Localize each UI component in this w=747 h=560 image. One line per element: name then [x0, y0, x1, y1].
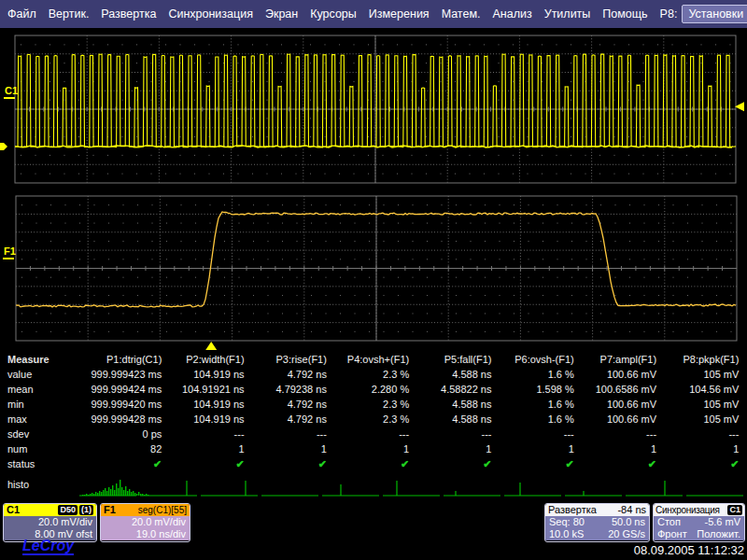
- trigger-body: Стоп -5.6 mV Фронт Положит.: [654, 516, 744, 540]
- measure-col-header-p6[interactable]: P6:ovsh-(F1): [493, 352, 575, 367]
- trigger-row-1: Стоп -5.6 mV: [657, 516, 740, 528]
- trigger-header: Синхронизация C1: [654, 504, 744, 516]
- f1-volts-per-div: 20.0 mV/div: [105, 516, 186, 528]
- measure-col-header-p2[interactable]: P2:width(F1): [163, 352, 246, 367]
- measure-cell-p8-value: 105 mV: [658, 367, 740, 382]
- measure-row-label-min: min: [0, 397, 81, 412]
- c1-descriptor-header: C1 D50 (1): [4, 504, 96, 516]
- measure-cell-p3-min: 4.792 ns: [247, 397, 329, 412]
- measure-cell-p6-value: 1.6 %: [493, 367, 575, 382]
- measure-col-header-p1[interactable]: P1:dtrig(C1): [81, 352, 163, 367]
- measure-cell-p7-max: 100.66 mV: [576, 412, 658, 427]
- measure-cell-p7-num: 1: [576, 441, 658, 456]
- measure-cell-p8-min: 105 mV: [658, 397, 740, 412]
- measure-cell-p8-mean: 104.56 mV: [658, 382, 740, 397]
- trigger-descriptor-box[interactable]: Синхронизация C1 Стоп -5.6 mV Фронт Поло…: [653, 503, 745, 542]
- status-check-icon-p7: ✔: [576, 456, 658, 471]
- measure-cell-p5-value: 4.588 ns: [411, 367, 493, 382]
- f1-descriptor-box[interactable]: F1 seg(C1)[55] 20.0 mV/div 19.0 ns/div: [100, 503, 190, 542]
- measure-cell-p1-max: 999.999428 ms: [81, 412, 163, 427]
- measure-cell-p3-mean: 4.79238 ns: [247, 382, 329, 397]
- f1-time-per-div: 19.0 ns/div: [105, 528, 186, 540]
- measure-cell-p8-max: 105 mV: [658, 412, 740, 427]
- measure-cell-p3-value: 4.792 ns: [247, 367, 329, 382]
- measure-cell-p4-max: 2.3 %: [329, 412, 411, 427]
- measure-cell-p1-mean: 999.999424 ms: [81, 382, 163, 397]
- timebase-header: Развертка -84 ns: [545, 504, 649, 516]
- measure-cell-p4-sdev: ---: [329, 427, 411, 441]
- c1-coupling-badge: D50: [58, 505, 78, 515]
- measure-row-label-value: value: [0, 367, 81, 382]
- measure-cell-p3-num: 1: [247, 441, 329, 456]
- measure-cell-p1-num: 82: [81, 441, 163, 456]
- c1-trace-label[interactable]: C1: [5, 86, 18, 96]
- measure-col-header-p5[interactable]: P5:fall(F1): [411, 352, 493, 367]
- oscilloscope-screen: { "menu": { "items": [ {"key":"file","la…: [0, 0, 747, 560]
- measure-cell-p5-max: 4.588 ns: [411, 412, 493, 427]
- measure-cell-p8-sdev: ---: [658, 427, 740, 441]
- c1-volts-per-div: 20.0 mV/div: [7, 516, 92, 528]
- f1-trace-label[interactable]: F1: [4, 246, 16, 257]
- measure-cell-p6-max: 1.6 %: [493, 412, 575, 427]
- measure-row-label-num: num: [0, 441, 81, 456]
- status-check-icon-p2: ✔: [163, 456, 246, 471]
- measure-cell-p7-sdev: ---: [576, 427, 658, 441]
- trigger-level: -5.6 mV: [704, 516, 740, 528]
- measure-cell-p4-value: 2.3 %: [329, 367, 411, 382]
- measure-row-label-mean: mean: [0, 382, 81, 397]
- measure-cell-p6-sdev: ---: [493, 427, 575, 441]
- timebase-delay: -84 ns: [617, 504, 646, 516]
- f1-trace-underline: [3, 258, 14, 259]
- status-check-icon-p3: ✔: [247, 456, 329, 471]
- f1-trigger-position-marker[interactable]: [205, 342, 217, 350]
- measure-cell-p4-mean: 2.280 %: [329, 382, 411, 397]
- c1-descriptor-box[interactable]: C1 D50 (1) 20.0 mV/div 8.00 mV ofst: [3, 503, 97, 542]
- measure-cell-p2-mean: 104.91921 ns: [163, 382, 246, 397]
- measure-cell-p2-sdev: ---: [163, 427, 246, 441]
- measure-cell-p3-max: 4.792 ns: [247, 412, 329, 427]
- timebase-rate: 20 GS/s: [608, 528, 645, 540]
- measure-cell-p5-mean: 4.58822 ns: [411, 382, 493, 397]
- timebase-body: Seq: 80 50.0 ns 10.0 kS 20 GS/s: [545, 516, 649, 540]
- f1-source: seg(C1)[55]: [138, 504, 187, 516]
- c1-trace-underline: [4, 97, 15, 99]
- timebase-samples: 10.0 kS: [549, 528, 584, 540]
- measure-cell-p5-sdev: ---: [411, 427, 493, 441]
- measure-histogram-row: [79, 480, 743, 496]
- c1-descriptor-badges: D50 (1): [56, 505, 93, 515]
- timebase-descriptor-box[interactable]: Развертка -84 ns Seq: 80 50.0 ns 10.0 kS…: [544, 503, 650, 542]
- measure-cell-p5-num: 1: [411, 441, 493, 456]
- histo-row-label: histo: [7, 479, 29, 490]
- measure-cell-p2-max: 104.919 ns: [163, 412, 246, 427]
- measure-cell-p1-value: 999.999423 ms: [81, 367, 163, 382]
- measure-cell-p1-sdev: 0 ps: [81, 427, 163, 441]
- c1-attenuation-badge: (1): [79, 505, 93, 515]
- measure-col-header-p3[interactable]: P3:rise(F1): [247, 352, 329, 367]
- timebase-per-div: 50.0 ns: [612, 516, 645, 528]
- measure-cell-p6-min: 1.6 %: [493, 397, 575, 412]
- measure-cell-p4-min: 2.3 %: [329, 397, 411, 412]
- f1-descriptor-name: F1: [104, 504, 116, 516]
- measure-cell-p7-value: 100.66 mV: [576, 367, 658, 382]
- measure-cell-p6-mean: 1.598 %: [493, 382, 575, 397]
- f1-descriptor-header: F1 seg(C1)[55]: [101, 504, 190, 516]
- measure-row-label-sdev: sdev: [0, 427, 81, 441]
- measure-cell-p7-min: 100.66 mV: [576, 397, 658, 412]
- measure-col-header-p4[interactable]: P4:ovsh+(F1): [329, 352, 411, 367]
- measure-cell-p5-min: 4.588 ns: [411, 397, 493, 412]
- trigger-source-badge: C1: [727, 505, 742, 515]
- measure-col-header-p8[interactable]: P8:pkpk(F1): [658, 352, 740, 367]
- timebase-title: Развертка: [548, 504, 597, 516]
- status-check-icon-p6: ✔: [493, 456, 575, 471]
- measure-cell-p8-num: 1: [658, 441, 740, 456]
- measure-cell-p4-num: 1: [329, 441, 411, 456]
- measure-cell-p7-mean: 100.6586 mV: [576, 382, 658, 397]
- datetime: 08.09.2005 11:12:32: [634, 543, 744, 557]
- scope-display: [0, 0, 747, 560]
- status-check-icon-p8: ✔: [658, 456, 740, 471]
- trigger-mode: Стоп: [657, 516, 681, 528]
- timebase-row-1: Seq: 80 50.0 ns: [549, 516, 645, 528]
- c1-offset-marker[interactable]: [0, 143, 7, 150]
- measure-col-header-p7[interactable]: P7:ampl(F1): [576, 352, 658, 367]
- measure-title: Measure: [0, 352, 81, 367]
